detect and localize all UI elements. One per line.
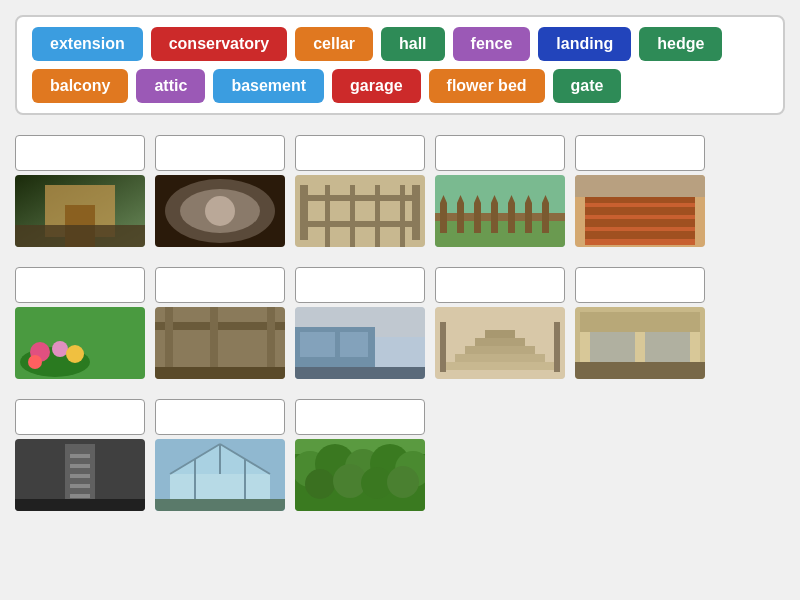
word-chip-conservatory[interactable]: conservatory	[151, 27, 288, 61]
word-chip-cellar[interactable]: cellar	[295, 27, 373, 61]
svg-rect-26	[491, 203, 498, 233]
svg-rect-20	[440, 203, 447, 233]
svg-rect-89	[155, 499, 285, 511]
svg-rect-65	[440, 322, 446, 372]
svg-rect-58	[295, 367, 425, 379]
svg-rect-77	[70, 474, 90, 478]
svg-point-97	[305, 469, 335, 499]
svg-rect-48	[155, 322, 285, 330]
answer-drop-box[interactable]	[295, 399, 425, 435]
drop-column	[155, 135, 285, 247]
svg-rect-62	[465, 346, 535, 354]
match-image	[295, 439, 425, 511]
svg-rect-14	[350, 185, 355, 247]
svg-rect-66	[554, 322, 560, 372]
drop-column	[295, 135, 425, 247]
answer-drop-box[interactable]	[155, 399, 285, 435]
answer-drop-box[interactable]	[15, 399, 145, 435]
match-image	[155, 439, 285, 511]
word-chip-flower-bed[interactable]: flower bed	[429, 69, 545, 103]
svg-rect-13	[325, 185, 330, 247]
match-image	[295, 307, 425, 379]
svg-rect-60	[445, 362, 555, 370]
svg-rect-79	[70, 494, 90, 498]
answer-drop-box[interactable]	[155, 267, 285, 303]
svg-rect-39	[585, 231, 695, 239]
svg-rect-57	[340, 332, 368, 357]
svg-point-45	[66, 345, 84, 363]
svg-rect-16	[400, 185, 405, 247]
answer-drop-box[interactable]	[295, 267, 425, 303]
answer-drop-box[interactable]	[435, 267, 565, 303]
svg-point-7	[205, 196, 235, 226]
word-chip-balcony[interactable]: balcony	[32, 69, 128, 103]
drop-column	[15, 135, 145, 247]
word-chip-gate[interactable]: gate	[553, 69, 622, 103]
drop-column	[435, 135, 565, 247]
drop-column	[15, 267, 145, 379]
answer-drop-box[interactable]	[435, 135, 565, 171]
match-image	[575, 307, 705, 379]
svg-rect-32	[542, 203, 549, 233]
drop-column	[155, 267, 285, 379]
svg-rect-28	[508, 203, 515, 233]
match-image	[295, 175, 425, 247]
svg-rect-38	[585, 219, 695, 227]
answer-drop-box[interactable]	[15, 135, 145, 171]
word-chip-extension[interactable]: extension	[32, 27, 143, 61]
svg-rect-75	[70, 454, 90, 458]
svg-rect-3	[15, 225, 145, 247]
match-image	[435, 307, 565, 379]
svg-rect-71	[580, 312, 700, 332]
answer-drop-box[interactable]	[15, 267, 145, 303]
svg-rect-64	[485, 330, 515, 338]
svg-rect-30	[525, 203, 532, 233]
match-image	[435, 175, 565, 247]
svg-point-100	[387, 466, 419, 498]
answer-drop-box[interactable]	[295, 135, 425, 171]
word-bank: extensionconservatorycellarhallfenceland…	[15, 15, 785, 115]
svg-rect-80	[15, 499, 145, 511]
svg-rect-22	[457, 203, 464, 233]
match-image	[155, 307, 285, 379]
drop-column	[295, 399, 425, 511]
drop-column	[575, 267, 705, 379]
word-chip-basement[interactable]: basement	[213, 69, 324, 103]
word-chip-hedge[interactable]: hedge	[639, 27, 722, 61]
svg-rect-63	[475, 338, 525, 346]
drop-column	[15, 399, 145, 511]
answer-drop-box[interactable]	[155, 135, 285, 171]
drop-row-2	[15, 267, 785, 379]
drop-column	[155, 399, 285, 511]
word-chip-landing[interactable]: landing	[538, 27, 631, 61]
drop-column	[295, 267, 425, 379]
word-chip-garage[interactable]: garage	[332, 69, 420, 103]
svg-rect-78	[70, 484, 90, 488]
svg-rect-56	[300, 332, 335, 357]
svg-rect-37	[585, 207, 695, 215]
match-image	[15, 439, 145, 511]
answer-drop-box[interactable]	[575, 267, 705, 303]
match-image	[575, 175, 705, 247]
drop-column	[435, 267, 565, 379]
svg-rect-40	[575, 175, 705, 197]
match-image	[15, 307, 145, 379]
match-image	[15, 175, 145, 247]
svg-rect-72	[575, 362, 705, 379]
answer-drop-box[interactable]	[575, 135, 705, 171]
svg-rect-8	[295, 175, 425, 247]
match-image	[155, 175, 285, 247]
svg-rect-9	[300, 185, 308, 240]
svg-rect-10	[412, 185, 420, 240]
svg-point-44	[52, 341, 68, 357]
drop-column	[575, 135, 705, 247]
svg-rect-52	[155, 367, 285, 379]
svg-rect-76	[70, 464, 90, 468]
word-chip-hall[interactable]: hall	[381, 27, 445, 61]
svg-rect-15	[375, 185, 380, 247]
drop-row-1	[15, 135, 785, 247]
svg-point-46	[28, 355, 42, 369]
word-chip-fence[interactable]: fence	[453, 27, 531, 61]
word-chip-attic[interactable]: attic	[136, 69, 205, 103]
svg-rect-61	[455, 354, 545, 362]
